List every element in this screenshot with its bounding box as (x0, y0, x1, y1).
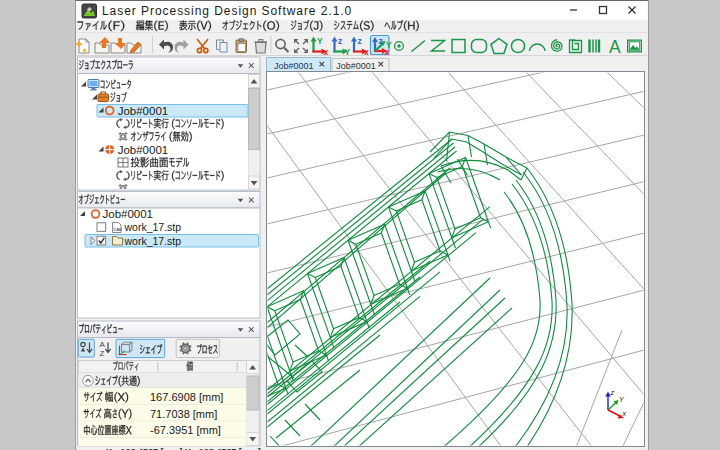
svg-text:Y: Y (317, 36, 323, 46)
svg-text:x: x (385, 47, 390, 57)
svg-text:CAD: CAD (113, 227, 122, 232)
svg-text:Job#0001: Job#0001 (118, 105, 169, 117)
svg-text:Job#0001: Job#0001 (336, 61, 376, 71)
svg-text:Y: Y (345, 47, 351, 57)
svg-text:x: x (622, 410, 627, 417)
svg-text:Laser Processing Design Softwa: Laser Processing Design Software 2.1.0 (102, 4, 352, 18)
svg-text:z: z (358, 36, 362, 46)
svg-text:z: z (379, 36, 383, 46)
svg-text:Z: Z (100, 349, 105, 358)
svg-text:x: x (324, 47, 329, 57)
svg-text:A: A (609, 37, 621, 57)
svg-text:Job#0001: Job#0001 (103, 208, 154, 220)
svg-text:-67.3951 [mm]: -67.3951 [mm] (150, 424, 221, 436)
svg-text:z: z (338, 36, 342, 46)
svg-text:Job#0001: Job#0001 (274, 61, 314, 71)
svg-text:71.7038 [mm]: 71.7038 [mm] (150, 408, 217, 420)
svg-text:167.6908 [mm]: 167.6908 [mm] (150, 391, 223, 403)
svg-text:Job#0001: Job#0001 (118, 144, 169, 156)
svg-text:z: z (610, 389, 615, 396)
svg-text:x: x (364, 47, 369, 57)
svg-text:work_17.stp: work_17.stp (124, 221, 182, 233)
svg-text:work_17.stp: work_17.stp (124, 235, 182, 247)
